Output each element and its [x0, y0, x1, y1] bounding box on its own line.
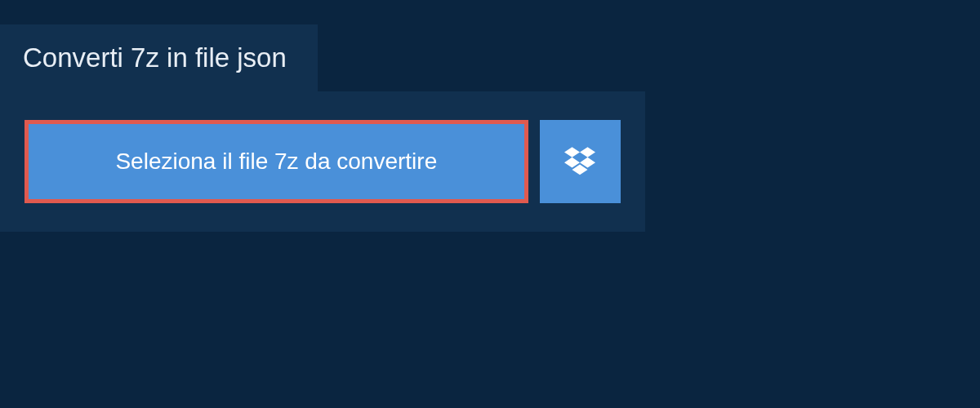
dropbox-icon [564, 144, 595, 179]
action-row: Seleziona il file 7z da convertire [0, 91, 645, 232]
select-file-label: Seleziona il file 7z da convertire [115, 149, 437, 174]
page-title-tab: Converti 7z in file json [0, 24, 318, 91]
dropbox-button[interactable] [540, 120, 621, 203]
select-file-button[interactable]: Seleziona il file 7z da convertire [24, 120, 528, 203]
page-title: Converti 7z in file json [23, 42, 287, 73]
tab-bar: Converti 7z in file json [0, 24, 645, 91]
converter-panel: Converti 7z in file json Seleziona il fi… [0, 24, 645, 232]
